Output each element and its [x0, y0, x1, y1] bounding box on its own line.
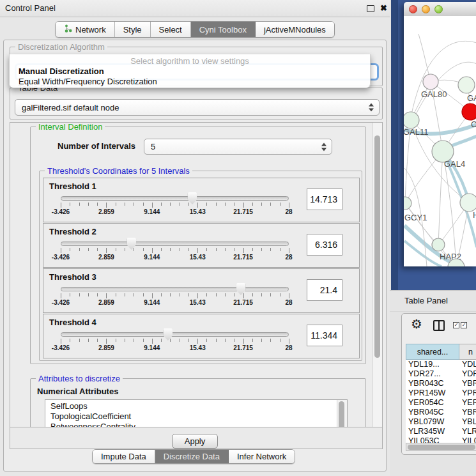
cell-shared-name: YER054C: [408, 398, 444, 408]
tab-select[interactable]: Select: [151, 22, 191, 37]
network-node-gcy1[interactable]: [404, 197, 411, 210]
checkbox-icon[interactable]: ✓: [453, 322, 459, 328]
network-node-hap2[interactable]: [432, 238, 445, 251]
settings-scrollbar[interactable]: [372, 123, 382, 427]
threshold-slider[interactable]: -3.4262.8599.14415.4321.71528: [61, 238, 289, 262]
tick-label: 9.144: [144, 254, 160, 261]
cell-shared-name: YIL053C: [408, 436, 440, 443]
table-panel-title: Table Panel: [404, 291, 448, 311]
table-row[interactable]: YDR27...YDR2: [406, 369, 476, 379]
slider-track[interactable]: [61, 242, 289, 246]
cell-shared-name: YPR145W: [408, 388, 445, 398]
apply-button[interactable]: Apply: [172, 434, 218, 449]
node-label: H: [473, 210, 476, 220]
close-traffic-light[interactable]: [409, 5, 417, 13]
tab-discretize-data[interactable]: Discretize Data: [155, 450, 229, 463]
number-of-intervals-combobox[interactable]: 5: [144, 139, 332, 155]
tick-label: 2.859: [98, 208, 114, 215]
table-row[interactable]: YER054CYER0: [406, 398, 476, 408]
attribute-item[interactable]: BetweennessCentrality: [45, 422, 347, 427]
tab-cyni-toolbox[interactable]: Cyni Toolbox: [191, 22, 256, 37]
cell-shared-name: YBL079W: [408, 417, 444, 427]
minimize-traffic-light[interactable]: [422, 5, 430, 13]
threshold-value-input[interactable]: 21.4: [307, 279, 342, 301]
tab-jactivemnodules[interactable]: jActiveMNodules: [256, 22, 334, 37]
scrollbar-thumb[interactable]: [339, 401, 344, 427]
slider-track[interactable]: [61, 332, 289, 337]
table-row[interactable]: YBR045CYBR0: [406, 408, 476, 417]
tab-impute-data[interactable]: Impute Data: [93, 450, 155, 463]
network-node-gal80[interactable]: [423, 74, 438, 89]
table-row[interactable]: YIL053CYIL0: [406, 436, 476, 443]
tab-label: Network: [75, 25, 106, 35]
popup-placeholder-item[interactable]: Select algorithm to view settings: [10, 56, 370, 66]
tab-label: Discretize Data: [164, 452, 220, 461]
threshold-label: Threshold 4: [49, 318, 96, 327]
cell-shared-name: YBR043C: [408, 379, 444, 388]
popup-item[interactable]: Equal Width/Frequency Discretization: [10, 77, 370, 87]
threshold-slider[interactable]: -3.4262.8599.14415.4321.71528: [61, 328, 289, 353]
column-header-name[interactable]: n: [459, 344, 476, 360]
table-row[interactable]: YPR145WYPR1: [406, 388, 476, 398]
tab-network[interactable]: Network: [56, 22, 115, 37]
table-panel-header: Table Panel: [390, 290, 476, 312]
column-header-shared-name[interactable]: shared...: [406, 344, 459, 360]
network-canvas[interactable]: GAL80GACGAL11GAL4GCY1HHAP2: [404, 16, 476, 266]
threshold-value-input[interactable]: 6.316: [307, 234, 342, 256]
threshold-panel: Threshold 4 -3.4262.8599.14415.4321.7152…: [43, 314, 360, 358]
slider-ticks: [61, 203, 289, 208]
cell-shared-name: YDR27...: [408, 369, 441, 379]
attribute-item[interactable]: TopologicalCoefficient: [45, 411, 347, 422]
slider-track[interactable]: [61, 287, 289, 291]
cell-name: YDL1: [462, 360, 476, 369]
threshold-slider[interactable]: -3.4262.8599.14415.4321.71528: [61, 192, 289, 217]
scrollbar-thumb[interactable]: [408, 445, 475, 450]
table-row[interactable]: YBL079WYBL0: [406, 417, 476, 427]
columns-icon[interactable]: [433, 320, 445, 331]
window-title: Control Panel: [5, 0, 56, 17]
attributes-list-scrollbar[interactable]: [337, 400, 347, 427]
top-tab-bar: NetworkStyleSelectCyni ToolboxjActiveMNo…: [55, 21, 335, 38]
threshold-slider[interactable]: -3.4262.8599.14415.4321.71528: [61, 283, 289, 307]
tick-label: 9.144: [144, 344, 160, 351]
right-region: GAL80GACGAL11GAL4GCY1HHAP2 Table Panel ⚙…: [390, 0, 476, 476]
combobox-stepper-icon: [369, 104, 374, 112]
network-window-titlebar[interactable]: [404, 2, 476, 17]
network-node-ga[interactable]: [458, 77, 475, 93]
attributes-group-label: Attributes to discretize: [36, 374, 123, 383]
table-row[interactable]: YDL19...YDL1: [406, 360, 476, 369]
number-of-intervals-value: 5: [151, 142, 155, 151]
zoom-traffic-light[interactable]: [434, 5, 443, 13]
threshold-value-input[interactable]: 11.344: [307, 325, 342, 346]
table-row[interactable]: YBR043CYBR0: [406, 379, 476, 388]
tick-label: -3.426: [52, 208, 70, 215]
slider-track[interactable]: [61, 196, 289, 201]
cell-name: YBL0: [462, 417, 476, 427]
tick-label: 21.715: [233, 344, 253, 351]
tick-label: 28: [285, 344, 292, 351]
threshold-value-input[interactable]: 14.713: [307, 188, 342, 210]
scrollbar-thumb[interactable]: [374, 135, 380, 358]
table-data-combobox[interactable]: galFiltered.sif default node: [15, 99, 380, 116]
network-node-c[interactable]: [462, 104, 476, 120]
numerical-attributes-label: Numerical Attributes: [37, 387, 118, 396]
tick-label: 15.43: [190, 344, 206, 351]
close-icon[interactable]: ✖: [380, 3, 387, 14]
tab-infer-network[interactable]: Infer Network: [229, 450, 295, 463]
float-window-icon[interactable]: [367, 5, 374, 12]
tick-label: 15.43: [190, 208, 206, 215]
checkbox-icon[interactable]: ✓: [461, 322, 467, 328]
tab-style[interactable]: Style: [115, 22, 151, 37]
popup-item[interactable]: Manual Discretization: [10, 66, 370, 77]
network-node-h[interactable]: [460, 194, 476, 211]
tick-label: -3.426: [52, 344, 70, 351]
table-panel-box: ⚙ ✓ ✓ shared... n YDL19...YDL1YDR27...YD…: [401, 313, 476, 455]
table-horizontal-scrollbar[interactable]: [406, 443, 476, 451]
table-row[interactable]: YLR345WYLR3: [406, 427, 476, 436]
cell-shared-name: YLR345W: [408, 427, 445, 436]
gear-icon[interactable]: ⚙: [411, 316, 422, 332]
network-node-gal11[interactable]: [404, 112, 419, 128]
cell-name: YLR3: [462, 427, 476, 436]
bottom-tab-bar: Impute DataDiscretize DataInfer Network: [92, 449, 295, 464]
attribute-item[interactable]: SelfLoops: [45, 401, 347, 411]
